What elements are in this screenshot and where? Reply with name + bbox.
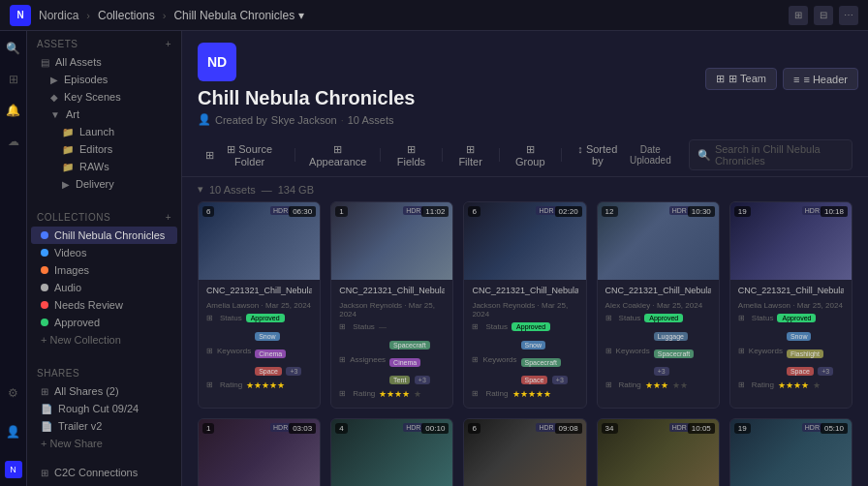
hdr-badge: HDR — [403, 206, 423, 215]
sidebar-item-art[interactable]: ▼ Art — [31, 106, 177, 123]
breadcrumb-current[interactable]: Chill Nebula Chronicles ▾ — [173, 9, 304, 22]
sidebar-all-shares[interactable]: ⊞ All Shares (2) — [31, 382, 177, 400]
hdr-badge: HDR — [270, 206, 291, 215]
group-btn[interactable]: ⊞ Group — [506, 140, 555, 170]
new-collection-btn[interactable]: + New Collection — [31, 331, 177, 349]
tags-container: Snow Flashlight Space +3 — [787, 325, 844, 378]
assets-count-meta: 10 Assets — [348, 114, 394, 126]
assets-expand[interactable]: + — [166, 39, 171, 49]
card-author: Amelia Lawson · Mar 25, 2024 — [206, 301, 312, 310]
filter-btn[interactable]: ⊞ Filter — [448, 140, 492, 170]
icon-home[interactable]: ⊞ — [4, 70, 23, 89]
icon-search[interactable]: 🔍 — [4, 39, 23, 58]
assets-section-label: Assets + — [27, 31, 181, 53]
sidebar-item-key-scenes[interactable]: ◆ Key Scenes — [31, 88, 177, 106]
appearance-btn[interactable]: ⊞ Appearance — [301, 140, 374, 170]
tag-item: Luggage — [654, 332, 688, 341]
sidebar-collection-audio[interactable]: Audio — [31, 279, 177, 296]
asset-card[interactable]: 34 HDR 10:05 CNC_221321_Chill_Nebula_Chr… — [597, 418, 720, 486]
asset-card[interactable]: 4 HDR 00:10 CNC_221321_Chill_Nebula_Chro… — [330, 418, 453, 486]
search-icon: 🔍 — [698, 149, 711, 162]
sidebar-collection-approved[interactable]: Approved — [31, 314, 177, 331]
tags-container: Snow Spacecraft Space +3 — [521, 334, 578, 386]
icon-cloud[interactable]: ☁ — [4, 132, 23, 151]
asset-card[interactable]: 19 HDR 10:18 CNC_221321_Chill_Nebula_Chr… — [729, 201, 852, 409]
tags-icon: ⊞ — [206, 347, 213, 355]
sidebar-collection-videos[interactable]: Videos — [31, 244, 177, 261]
header-btn[interactable]: ≡ ≡ Header — [783, 68, 858, 90]
tag-item: Space — [521, 376, 548, 384]
sidebar-item-all-assets[interactable]: ▤ All Assets — [31, 53, 177, 71]
status-icon: ⊞ — [738, 314, 748, 322]
asset-card[interactable]: 12 HDR 10:30 CNC_221321_Chill_Nebula_Chr… — [597, 201, 720, 409]
episodes-icon: ▶ — [50, 75, 58, 85]
breadcrumb-collections[interactable]: Collections — [98, 9, 155, 22]
sidebar-item-raws[interactable]: 📁 RAWs — [31, 158, 177, 175]
topbar-icon-btn-2[interactable]: ⊟ — [814, 6, 833, 25]
icon-user[interactable]: 👤 — [4, 422, 23, 441]
stars-empty: ★★ — [672, 380, 688, 390]
app-logo: N — [10, 5, 31, 26]
asset-card[interactable]: 1 HDR 11:02 CNC_221321_Chill_Nebula_Chro… — [330, 201, 453, 409]
card-author: Alex Coakley · Mar 25, 2024 — [605, 301, 711, 310]
search-box[interactable]: 🔍 Search in Chill Nebula Chronicles — [689, 139, 852, 170]
asset-card[interactable]: 6 HDR 02:20 CNC_221321_Chill_Nebula_Chro… — [463, 201, 586, 409]
sidebar-trailer[interactable]: 📄 Trailer v2 — [31, 417, 177, 435]
card-body: CNC_221321_Chill_Nebula_Chronicles_Premi… — [598, 280, 719, 399]
fields-btn[interactable]: ⊞ Fields — [387, 140, 435, 170]
stars-filled: ★★★★★ — [512, 389, 551, 399]
topbar-icon-btn-1[interactable]: ⊞ — [789, 6, 808, 25]
sidebar-collection-images[interactable]: Images — [31, 261, 177, 279]
rating-icon: ⊞ — [206, 380, 216, 389]
card-body: CNC_221321_Chill_Nebula_Chronicles_Premi… — [730, 280, 852, 399]
card-author: Jackson Reynolds · Mar 25, 2024 — [472, 301, 577, 319]
sidebar-c2c[interactable]: ⊞ C2C Connections — [31, 464, 177, 481]
card-field-tags: ⊞ Keywords Snow Flashlight Space +3 — [738, 325, 844, 378]
sidebar-collection-chill-nebula[interactable]: Chill Nebula Chronicles — [31, 227, 177, 244]
tag-item: Space — [787, 367, 814, 376]
tags-icon: ⊞ — [738, 347, 745, 355]
toolbar-sep-1 — [294, 148, 295, 162]
tag-item: Snow — [255, 332, 280, 341]
topbar-icon-btn-3[interactable]: ⋯ — [839, 6, 858, 25]
creator-name[interactable]: Skye Jackson — [271, 114, 337, 126]
icon-settings[interactable]: ⚙ — [4, 383, 23, 403]
asset-card[interactable]: 1 HDR 03:03 CNC_221321_Chill_Nebula_Chro… — [198, 418, 321, 486]
sidebar-item-editors[interactable]: 📁 Editors — [31, 140, 177, 158]
sidebar-collection-needs-review[interactable]: Needs Review — [31, 296, 177, 314]
sidebar-item-launch[interactable]: 📁 Launch — [31, 123, 177, 140]
collections-expand[interactable]: + — [166, 212, 171, 223]
hdr-badge: HDR — [802, 423, 822, 432]
new-share-btn[interactable]: + New Share — [31, 435, 177, 452]
sidebar-rough-cut[interactable]: 📄 Rough Cut 09/24 — [31, 400, 177, 417]
card-name: CNC_221321_Chill_Nebula_Chronicles_Premi… — [206, 286, 312, 297]
source-folder-btn[interactable]: ⊞ ⊞ Source Folder — [198, 140, 289, 170]
status-badge: Approved — [246, 314, 285, 322]
asset-card[interactable]: 19 HDR 05:10 CNC_221321_Chill_Nebula_Chr… — [729, 418, 852, 486]
sorted-by-btn[interactable]: ↕ Sorted by Date Uploaded — [568, 140, 685, 169]
tag-more: +3 — [654, 367, 669, 376]
duration-badge: 11:02 — [421, 206, 449, 217]
asset-card[interactable]: 6 HDR 06:30 CNC_221321_Chill_Nebula_Chro… — [198, 201, 321, 409]
status-icon: ⊞ — [605, 314, 615, 322]
card-name: CNC_221321_Chill_Nebula_Chronicles_Premi… — [472, 286, 577, 297]
field-status-label: Status — [752, 314, 774, 322]
tags-container: Luggage Spacecraft +3 — [654, 325, 711, 378]
card-field-tags: ⊞ Assignees Spacecraft Cinema Tent +3 — [339, 334, 445, 386]
team-icon: ⊞ — [716, 73, 725, 85]
sidebar: Assets + ▤ All Assets ▶ Episodes ◆ Key S… — [27, 31, 182, 486]
tag-item: Cinema — [389, 358, 420, 367]
status-icon: ⊞ — [339, 322, 349, 331]
team-btn[interactable]: ⊞ ⊞ Team — [705, 68, 777, 90]
badge-num: 19 — [734, 423, 751, 434]
sidebar-item-delivery[interactable]: ▶ Delivery — [31, 175, 177, 193]
tag-item: Snow — [521, 341, 546, 349]
icon-bell[interactable]: 🔔 — [4, 101, 23, 120]
field-status-label: Status — [485, 322, 508, 331]
header-icon: ≡ — [793, 74, 799, 85]
sidebar-item-episodes[interactable]: ▶ Episodes — [31, 71, 177, 88]
field-tags-label: Keywords — [482, 355, 516, 364]
hdr-badge: HDR — [403, 423, 423, 432]
asset-card[interactable]: 6 HDR 09:08 CNC_221321_Chill_Nebula_Chro… — [463, 418, 586, 486]
stars-filled: ★★★ — [645, 380, 668, 390]
